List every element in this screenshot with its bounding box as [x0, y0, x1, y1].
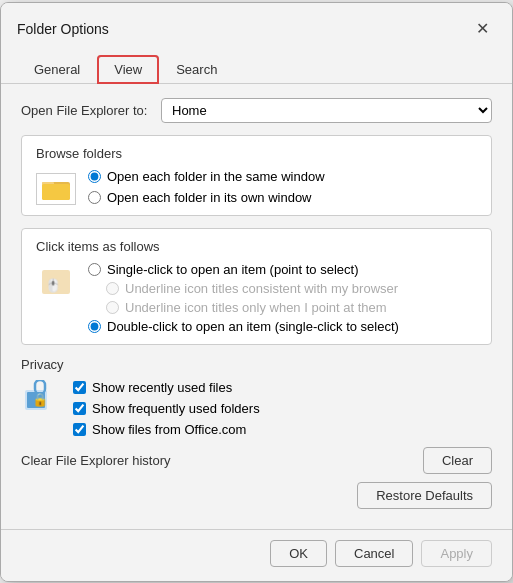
- radio-underline-browser: Underline icon titles consistent with my…: [106, 281, 399, 296]
- privacy-title: Privacy: [21, 357, 492, 372]
- privacy-icon: 🔒: [21, 380, 61, 420]
- clear-row: Clear File Explorer history Clear: [21, 447, 492, 474]
- checkbox-recently-used[interactable]: Show recently used files: [73, 380, 260, 395]
- title-bar: Folder Options ✕: [1, 3, 512, 43]
- folder-options-dialog: Folder Options ✕ General View Search Ope…: [0, 2, 513, 582]
- browse-folders-section: Browse folders Open each folder in the s…: [21, 135, 492, 216]
- clear-history-label: Clear File Explorer history: [21, 453, 171, 468]
- folder-icon: [36, 173, 76, 205]
- hand-cursor-icon: 🖱️: [36, 266, 76, 306]
- tab-content: Open File Explorer to: Home This PC Quic…: [1, 84, 512, 529]
- open-file-explorer-select[interactable]: Home This PC Quick Access: [161, 98, 492, 123]
- svg-text:🖱️: 🖱️: [45, 277, 62, 294]
- browse-folders-inner: Open each folder in the same window Open…: [36, 169, 477, 205]
- radio-own-window-label: Open each folder in its own window: [107, 190, 312, 205]
- tab-view[interactable]: View: [97, 55, 159, 84]
- open-file-explorer-label: Open File Explorer to:: [21, 103, 161, 118]
- radio-single-click[interactable]: Single-click to open an item (point to s…: [88, 262, 399, 277]
- radio-underline-browser-label: Underline icon titles consistent with my…: [125, 281, 398, 296]
- checkbox-office-label: Show files from Office.com: [92, 422, 246, 437]
- checkbox-frequently-used-label: Show frequently used folders: [92, 401, 260, 416]
- click-items-section: Click items as follows 🖱️ Single-click t…: [21, 228, 492, 345]
- svg-text:🔒: 🔒: [32, 391, 49, 408]
- close-button[interactable]: ✕: [468, 15, 496, 43]
- cancel-button[interactable]: Cancel: [335, 540, 413, 567]
- checkbox-office[interactable]: Show files from Office.com: [73, 422, 260, 437]
- tab-bar: General View Search: [1, 47, 512, 84]
- click-items-inner: 🖱️ Single-click to open an item (point t…: [36, 262, 477, 334]
- privacy-section: Privacy 🔒 Show recently used files: [21, 357, 492, 474]
- restore-defaults-button[interactable]: Restore Defaults: [357, 482, 492, 509]
- radio-double-click-label: Double-click to open an item (single-cli…: [107, 319, 399, 334]
- dialog-title: Folder Options: [17, 21, 109, 37]
- open-file-explorer-row: Open File Explorer to: Home This PC Quic…: [21, 98, 492, 123]
- restore-defaults-row: Restore Defaults: [21, 482, 492, 509]
- privacy-checkboxes: Show recently used files Show frequently…: [73, 380, 260, 437]
- radio-double-click[interactable]: Double-click to open an item (single-cli…: [88, 319, 399, 334]
- browse-folders-title: Browse folders: [36, 146, 477, 161]
- checkbox-recently-used-label: Show recently used files: [92, 380, 232, 395]
- browse-folders-radio-group: Open each folder in the same window Open…: [88, 169, 325, 205]
- privacy-inner: 🔒 Show recently used files Show frequent…: [21, 380, 492, 437]
- ok-button[interactable]: OK: [270, 540, 327, 567]
- radio-same-window-label: Open each folder in the same window: [107, 169, 325, 184]
- apply-button[interactable]: Apply: [421, 540, 492, 567]
- tab-search[interactable]: Search: [159, 55, 234, 83]
- radio-underline-hover-label: Underline icon titles only when I point …: [125, 300, 387, 315]
- radio-single-click-label: Single-click to open an item (point to s…: [107, 262, 358, 277]
- checkbox-frequently-used[interactable]: Show frequently used folders: [73, 401, 260, 416]
- radio-own-window[interactable]: Open each folder in its own window: [88, 190, 325, 205]
- tab-general[interactable]: General: [17, 55, 97, 83]
- click-items-title: Click items as follows: [36, 239, 477, 254]
- radio-same-window[interactable]: Open each folder in the same window: [88, 169, 325, 184]
- clear-button[interactable]: Clear: [423, 447, 492, 474]
- radio-underline-hover: Underline icon titles only when I point …: [106, 300, 399, 315]
- dialog-footer: OK Cancel Apply: [1, 529, 512, 581]
- click-options-group: Single-click to open an item (point to s…: [88, 262, 399, 334]
- svg-rect-2: [42, 184, 70, 200]
